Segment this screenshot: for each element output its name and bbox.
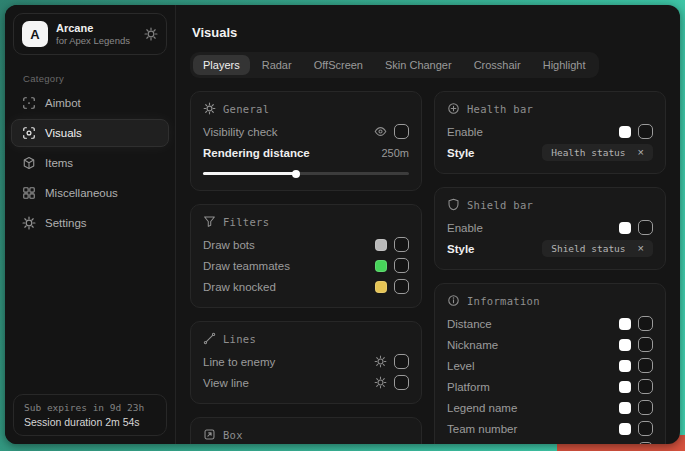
checkbox[interactable] [394, 279, 409, 294]
setting-row: Draw teammates [203, 255, 409, 276]
tab-skin-changer[interactable]: Skin Changer [375, 55, 462, 75]
style-select[interactable]: Shield status × [542, 240, 653, 257]
tab-bar: Players Radar OffScreen Skin Changer Cro… [190, 52, 599, 78]
color-swatch[interactable] [619, 381, 631, 393]
color-swatch[interactable] [375, 239, 387, 251]
setting-row: Enable [447, 121, 653, 142]
tab-highlight[interactable]: Highlight [533, 55, 596, 75]
color-swatch[interactable] [619, 126, 631, 138]
sidebar-item-label: Settings [45, 217, 87, 229]
checkbox[interactable] [638, 421, 653, 436]
checkbox[interactable] [638, 442, 653, 444]
scan-eye-icon [22, 126, 36, 140]
sidebar-item-label: Visuals [45, 127, 82, 139]
sidebar-item-miscellaneous[interactable]: Miscellaneous [11, 179, 169, 207]
sidebar-item-visuals[interactable]: Visuals [11, 119, 169, 147]
color-swatch[interactable] [619, 318, 631, 330]
checkbox[interactable] [394, 237, 409, 252]
setting-label: Line to enemy [203, 356, 275, 368]
circle-plus-icon [447, 102, 460, 115]
setting-row: Level [447, 355, 653, 376]
setting-row: Line to enemy [203, 351, 409, 372]
section-header: Information [447, 294, 653, 307]
checkbox[interactable] [394, 354, 409, 369]
info-icon [447, 294, 460, 307]
app-subtitle: for Apex Legends [56, 35, 136, 46]
color-swatch[interactable] [619, 339, 631, 351]
tab-players[interactable]: Players [193, 55, 250, 75]
close-icon[interactable]: × [638, 147, 644, 158]
setting-label: Team number [447, 423, 517, 435]
section-title: Box [223, 429, 243, 441]
sidebar-item-items[interactable]: Items [11, 149, 169, 177]
sidebar-item-settings[interactable]: Settings [11, 209, 169, 237]
setting-label: Draw bots [203, 239, 255, 251]
tab-crosshair[interactable]: Crosshair [464, 55, 531, 75]
checkbox[interactable] [394, 375, 409, 390]
color-swatch[interactable] [619, 402, 631, 414]
setting-label: Style [447, 147, 475, 159]
gear-icon[interactable] [374, 355, 387, 368]
checkbox[interactable] [638, 220, 653, 235]
color-swatch[interactable] [619, 360, 631, 372]
app-header-card: A Arcane for Apex Legends [13, 13, 167, 55]
setting-label: Visibility check [203, 126, 278, 138]
setting-label: Legend name [447, 402, 517, 414]
app-logo: A [22, 21, 48, 47]
checkbox[interactable] [638, 337, 653, 352]
color-swatch[interactable] [375, 260, 387, 272]
row-controls [619, 337, 653, 352]
color-swatch[interactable] [619, 222, 631, 234]
section-header: General [203, 102, 409, 115]
color-swatch[interactable] [619, 423, 631, 435]
sidebar-item-aimbot[interactable]: Aimbot [11, 89, 169, 117]
setting-label: Draw knocked [203, 281, 276, 293]
checkbox[interactable] [638, 316, 653, 331]
checkbox[interactable] [638, 400, 653, 415]
setting-row: Visibility check [203, 121, 409, 142]
close-icon[interactable]: × [638, 243, 644, 254]
sidebar-item-label: Aimbot [45, 97, 81, 109]
row-controls [375, 279, 409, 294]
setting-row: Nickname [447, 334, 653, 355]
checkbox[interactable] [638, 358, 653, 373]
gear-icon[interactable] [374, 376, 387, 389]
checkbox[interactable] [394, 124, 409, 139]
section-header: Shield bar [447, 198, 653, 211]
color-swatch[interactable] [619, 444, 631, 445]
checkbox[interactable] [638, 124, 653, 139]
section-header: Health bar [447, 102, 653, 115]
style-select-value: Health status [551, 147, 625, 158]
setting-label: Style [447, 243, 475, 255]
setting-label: Distance [447, 318, 492, 330]
app-window: A Arcane for Apex Legends Category Aimbo… [5, 5, 680, 444]
setting-label: Enable [447, 222, 483, 234]
style-select[interactable]: Health status × [542, 144, 653, 161]
gear-icon[interactable] [144, 27, 158, 41]
slider-thumb[interactable] [292, 170, 300, 178]
color-swatch[interactable] [375, 281, 387, 293]
checkbox[interactable] [394, 258, 409, 273]
section-title: Shield bar [467, 199, 533, 211]
checkbox[interactable] [638, 379, 653, 394]
tab-radar[interactable]: Radar [252, 55, 302, 75]
setting-row: Platform [447, 376, 653, 397]
setting-row: Distance [447, 313, 653, 334]
page-title: Visuals [192, 25, 666, 40]
eye-icon[interactable] [374, 125, 387, 138]
slider-value: 250m [381, 147, 409, 159]
shield-icon [447, 198, 460, 211]
app-names: Arcane for Apex Legends [56, 22, 136, 46]
tab-offscreen[interactable]: OffScreen [304, 55, 373, 75]
section-title: Filters [223, 216, 269, 228]
section-title: Information [467, 295, 540, 307]
setting-label: Platform [447, 381, 490, 393]
setting-row: Style Health status × [447, 142, 653, 163]
setting-row: Style Shield status × [447, 238, 653, 259]
section-header: Lines [203, 332, 409, 345]
crosshair-icon [22, 96, 36, 110]
setting-row: View line [203, 372, 409, 393]
rendering-distance-slider[interactable] [203, 170, 409, 177]
subscription-info-card: Sub expires in 9d 23h Session duration 2… [13, 394, 167, 436]
sidebar: A Arcane for Apex Legends Category Aimbo… [5, 5, 176, 444]
